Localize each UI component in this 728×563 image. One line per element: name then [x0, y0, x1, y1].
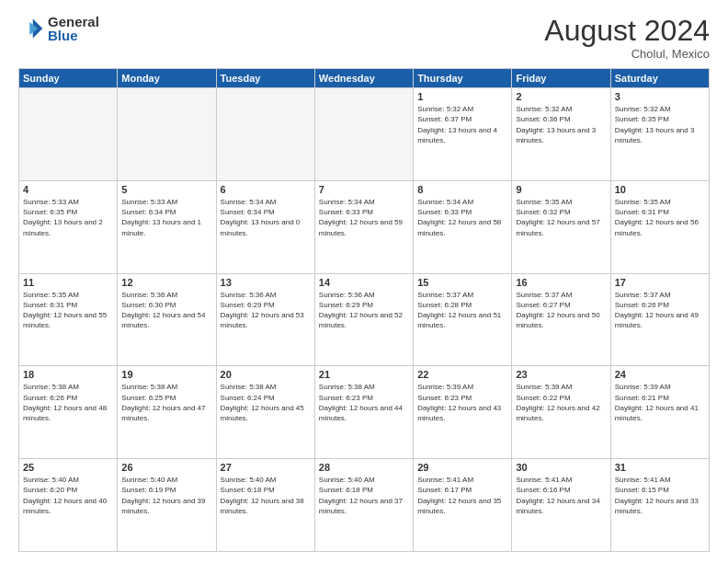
day-info: Sunrise: 5:37 AMSunset: 6:26 PMDaylight:… [615, 290, 705, 331]
table-row: 18Sunrise: 5:38 AMSunset: 6:26 PMDayligh… [19, 366, 118, 459]
day-number: 19 [121, 369, 211, 380]
logo-general: General [48, 15, 99, 29]
table-row [118, 88, 216, 181]
header: General Blue August 2024 Cholul, Mexico [18, 15, 710, 61]
day-number: 28 [319, 462, 409, 473]
month-title: August 2024 [544, 15, 710, 47]
day-info: Sunrise: 5:34 AMSunset: 6:33 PMDaylight:… [319, 197, 409, 238]
col-friday: Friday [512, 69, 610, 88]
logo-icon [18, 16, 44, 41]
table-row: 22Sunrise: 5:39 AMSunset: 6:23 PMDayligh… [414, 366, 512, 459]
day-info: Sunrise: 5:35 AMSunset: 6:32 PMDaylight:… [516, 197, 606, 238]
day-info: Sunrise: 5:41 AMSunset: 6:16 PMDaylight:… [516, 475, 606, 516]
day-number: 20 [221, 369, 311, 380]
day-number: 10 [615, 184, 705, 195]
day-info: Sunrise: 5:39 AMSunset: 6:22 PMDaylight:… [516, 382, 606, 423]
table-row: 30Sunrise: 5:41 AMSunset: 6:16 PMDayligh… [512, 459, 610, 552]
day-info: Sunrise: 5:36 AMSunset: 6:30 PMDaylight:… [121, 290, 211, 331]
day-info: Sunrise: 5:32 AMSunset: 6:35 PMDaylight:… [615, 104, 705, 145]
day-number: 6 [221, 184, 311, 195]
day-number: 29 [417, 462, 507, 473]
table-row: 7Sunrise: 5:34 AMSunset: 6:33 PMDaylight… [314, 180, 413, 273]
table-row: 4Sunrise: 5:33 AMSunset: 6:35 PMDaylight… [19, 180, 118, 273]
day-number: 2 [516, 91, 606, 102]
day-info: Sunrise: 5:41 AMSunset: 6:17 PMDaylight:… [417, 475, 507, 516]
table-row [314, 88, 413, 181]
logo-blue: Blue [48, 29, 99, 42]
calendar-week-row: 11Sunrise: 5:35 AMSunset: 6:31 PMDayligh… [19, 273, 710, 366]
day-info: Sunrise: 5:40 AMSunset: 6:20 PMDaylight:… [23, 475, 113, 516]
day-info: Sunrise: 5:32 AMSunset: 6:36 PMDaylight:… [516, 104, 606, 145]
day-number: 9 [516, 184, 606, 195]
table-row: 13Sunrise: 5:36 AMSunset: 6:29 PMDayligh… [216, 273, 314, 366]
table-row: 3Sunrise: 5:32 AMSunset: 6:35 PMDaylight… [610, 88, 709, 181]
day-info: Sunrise: 5:40 AMSunset: 6:18 PMDaylight:… [319, 475, 409, 516]
day-number: 14 [319, 277, 409, 288]
table-row: 29Sunrise: 5:41 AMSunset: 6:17 PMDayligh… [414, 459, 512, 552]
day-number: 16 [516, 277, 606, 288]
table-row: 14Sunrise: 5:36 AMSunset: 6:29 PMDayligh… [314, 273, 413, 366]
day-number: 21 [319, 369, 409, 380]
table-row: 15Sunrise: 5:37 AMSunset: 6:28 PMDayligh… [414, 273, 512, 366]
day-number: 17 [615, 277, 705, 288]
day-info: Sunrise: 5:34 AMSunset: 6:33 PMDaylight:… [417, 197, 507, 238]
day-info: Sunrise: 5:39 AMSunset: 6:21 PMDaylight:… [615, 382, 705, 423]
day-number: 12 [121, 277, 211, 288]
day-number: 8 [417, 184, 507, 195]
table-row: 9Sunrise: 5:35 AMSunset: 6:32 PMDaylight… [512, 180, 610, 273]
day-info: Sunrise: 5:33 AMSunset: 6:35 PMDaylight:… [23, 197, 113, 238]
day-info: Sunrise: 5:38 AMSunset: 6:24 PMDaylight:… [221, 382, 311, 423]
table-row: 28Sunrise: 5:40 AMSunset: 6:18 PMDayligh… [314, 459, 413, 552]
table-row: 16Sunrise: 5:37 AMSunset: 6:27 PMDayligh… [512, 273, 610, 366]
calendar-week-row: 18Sunrise: 5:38 AMSunset: 6:26 PMDayligh… [19, 366, 710, 459]
day-number: 26 [121, 462, 211, 473]
day-number: 24 [615, 369, 705, 380]
table-row: 19Sunrise: 5:38 AMSunset: 6:25 PMDayligh… [118, 366, 216, 459]
col-thursday: Thursday [414, 69, 512, 88]
calendar-week-row: 25Sunrise: 5:40 AMSunset: 6:20 PMDayligh… [19, 459, 710, 552]
table-row: 24Sunrise: 5:39 AMSunset: 6:21 PMDayligh… [610, 366, 709, 459]
col-monday: Monday [118, 69, 216, 88]
day-info: Sunrise: 5:32 AMSunset: 6:37 PMDaylight:… [417, 104, 507, 145]
day-info: Sunrise: 5:36 AMSunset: 6:29 PMDaylight:… [319, 290, 409, 331]
table-row [216, 88, 314, 181]
day-number: 18 [23, 369, 113, 380]
page: General Blue August 2024 Cholul, Mexico … [0, 0, 728, 563]
day-number: 5 [121, 184, 211, 195]
day-info: Sunrise: 5:40 AMSunset: 6:18 PMDaylight:… [221, 475, 311, 516]
day-info: Sunrise: 5:35 AMSunset: 6:31 PMDaylight:… [615, 197, 705, 238]
day-info: Sunrise: 5:38 AMSunset: 6:25 PMDaylight:… [121, 382, 211, 423]
day-info: Sunrise: 5:34 AMSunset: 6:34 PMDaylight:… [221, 197, 311, 238]
table-row: 5Sunrise: 5:33 AMSunset: 6:34 PMDaylight… [118, 180, 216, 273]
day-info: Sunrise: 5:36 AMSunset: 6:29 PMDaylight:… [221, 290, 311, 331]
logo-text: General Blue [48, 15, 99, 42]
day-info: Sunrise: 5:37 AMSunset: 6:28 PMDaylight:… [417, 290, 507, 331]
day-number: 30 [516, 462, 606, 473]
day-info: Sunrise: 5:37 AMSunset: 6:27 PMDaylight:… [516, 290, 606, 331]
table-row: 2Sunrise: 5:32 AMSunset: 6:36 PMDaylight… [512, 88, 610, 181]
logo: General Blue [18, 15, 99, 42]
col-sunday: Sunday [19, 69, 118, 88]
table-row: 31Sunrise: 5:41 AMSunset: 6:15 PMDayligh… [610, 459, 709, 552]
day-info: Sunrise: 5:40 AMSunset: 6:19 PMDaylight:… [121, 475, 211, 516]
day-number: 11 [23, 277, 113, 288]
day-info: Sunrise: 5:38 AMSunset: 6:26 PMDaylight:… [23, 382, 113, 423]
calendar: Sunday Monday Tuesday Wednesday Thursday… [18, 68, 710, 552]
col-saturday: Saturday [610, 69, 709, 88]
day-number: 31 [615, 462, 705, 473]
table-row: 17Sunrise: 5:37 AMSunset: 6:26 PMDayligh… [610, 273, 709, 366]
calendar-week-row: 4Sunrise: 5:33 AMSunset: 6:35 PMDaylight… [19, 180, 710, 273]
table-row: 10Sunrise: 5:35 AMSunset: 6:31 PMDayligh… [610, 180, 709, 273]
table-row: 1Sunrise: 5:32 AMSunset: 6:37 PMDaylight… [414, 88, 512, 181]
table-row: 8Sunrise: 5:34 AMSunset: 6:33 PMDaylight… [414, 180, 512, 273]
table-row: 23Sunrise: 5:39 AMSunset: 6:22 PMDayligh… [512, 366, 610, 459]
day-info: Sunrise: 5:39 AMSunset: 6:23 PMDaylight:… [417, 382, 507, 423]
day-number: 22 [417, 369, 507, 380]
day-number: 23 [516, 369, 606, 380]
day-number: 7 [319, 184, 409, 195]
table-row: 20Sunrise: 5:38 AMSunset: 6:24 PMDayligh… [216, 366, 314, 459]
calendar-header-row: Sunday Monday Tuesday Wednesday Thursday… [19, 69, 710, 88]
table-row: 21Sunrise: 5:38 AMSunset: 6:23 PMDayligh… [314, 366, 413, 459]
calendar-week-row: 1Sunrise: 5:32 AMSunset: 6:37 PMDaylight… [19, 88, 710, 181]
col-tuesday: Tuesday [216, 69, 314, 88]
